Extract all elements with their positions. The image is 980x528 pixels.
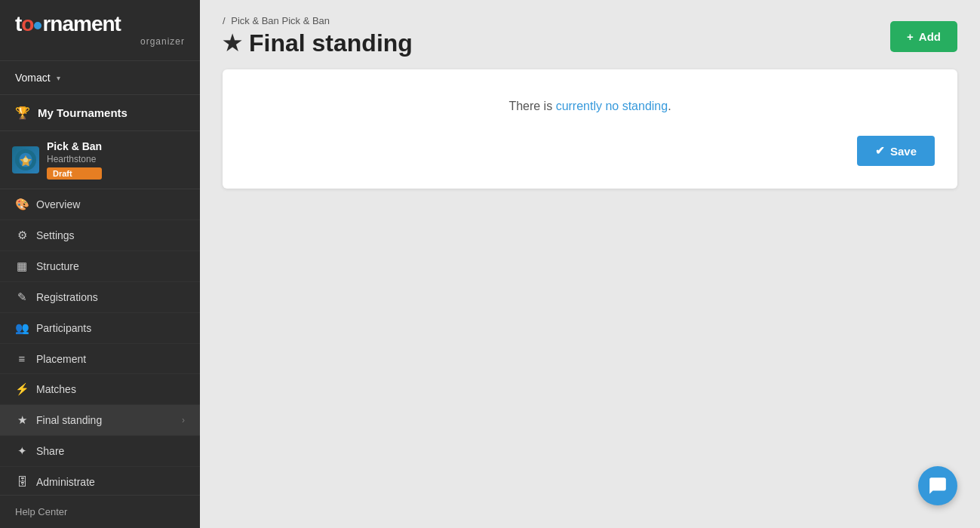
sidebar-item-administrate-label: Administrate [36,476,95,488]
chevron-right-icon: › [182,415,185,425]
my-tournaments-label: My Tournaments [38,106,127,119]
sidebar-item-final-standing[interactable]: ★ Final standing › [0,405,200,436]
chevron-down-icon: ▾ [57,74,60,82]
participants-icon: 👥 [15,321,29,335]
page-title-text: Final standing [249,29,413,57]
save-button[interactable]: ✔ Save [857,136,935,166]
tournament-game: Hearthstone [47,154,102,164]
sidebar-item-placement-label: Placement [36,353,86,365]
sidebar-item-registrations[interactable]: ✎ Registrations [0,282,200,313]
sidebar-item-structure[interactable]: ▦ Structure [0,251,200,282]
main-content: / Pick & Ban Pick & Ban ★ Final standing… [200,0,980,528]
lightning-icon: ⚡ [15,382,29,396]
add-button-label: Add [919,30,941,43]
breadcrumb-separator: / [223,15,226,26]
breadcrumb-link[interactable]: Pick & Ban [231,15,279,26]
page-header: / Pick & Ban Pick & Ban ★ Final standing… [200,0,980,69]
sidebar-item-overview[interactable]: 🎨 Overview [0,189,200,220]
sidebar-item-share[interactable]: ✦ Share [0,436,200,467]
sidebar-item-registrations-label: Registrations [36,291,98,303]
svg-point-1 [23,158,28,162]
my-tournaments-nav[interactable]: 🏆 My Tournaments [0,95,200,131]
trophy-icon: 🏆 [15,106,30,120]
palette-icon: 🎨 [15,198,29,211]
breadcrumb-area: / Pick & Ban Pick & Ban ★ Final standing [223,15,413,57]
sidebar-item-overview-label: Overview [36,198,80,210]
user-name: Vomact [15,72,51,84]
sidebar-item-placement[interactable]: ≡ Placement [0,344,200,374]
no-standing-text-part2: . [668,100,671,112]
standing-card: There is currently no standing. ✔ Save [223,69,957,189]
save-button-row: ✔ Save [245,136,935,166]
sidebar-item-final-standing-label: Final standing [36,414,102,426]
save-button-label: Save [890,145,917,158]
sidebar-item-matches[interactable]: ⚡ Matches [0,374,200,405]
registrations-icon: ✎ [15,290,29,304]
chat-bubble-button[interactable] [918,466,957,505]
structure-icon: ▦ [15,259,29,273]
chat-icon [928,476,948,496]
checkmark-icon: ✔ [875,144,885,158]
placement-icon: ≡ [15,352,29,365]
no-standing-highlight: currently no standing [556,100,668,112]
breadcrumb-link-text[interactable]: Pick & Ban [281,15,330,26]
add-icon: + [907,30,914,43]
tournament-name: Pick & Ban [47,140,102,152]
logo-rnament: rnament [42,12,120,35]
tournament-info: Pick & Ban Hearthstone Draft [47,140,102,180]
nav-items: 🎨 Overview ⚙ Settings ▦ Structure ✎ Regi… [0,189,200,495]
no-standing-message: There is currently no standing. [245,100,935,113]
content-area: There is currently no standing. ✔ Save [200,69,980,211]
add-button[interactable]: + Add [890,21,957,52]
logo-dot [34,22,41,29]
sidebar-item-settings[interactable]: ⚙ Settings [0,220,200,251]
logo-subtitle: organizer [15,36,185,47]
sidebar-item-matches-label: Matches [36,383,76,395]
logo: tornament [15,14,185,35]
page-title-star-icon: ★ [223,31,241,56]
sidebar-item-structure-label: Structure [36,260,79,272]
tournament-status-badge: Draft [47,167,102,180]
user-row[interactable]: Vomact ▾ [0,61,200,95]
sidebar: tornament organizer Vomact ▾ 🏆 My Tourna… [0,0,200,528]
logo-letter-o: o [21,12,33,35]
page-title: ★ Final standing [223,29,413,57]
gear-icon: ⚙ [15,229,29,242]
hearthstone-icon-svg [15,149,36,170]
tournament-header: Pick & Ban Hearthstone Draft [0,131,200,189]
no-standing-text-part1: There is [508,100,555,112]
tournament-icon [12,146,39,173]
breadcrumb: / Pick & Ban Pick & Ban [223,15,413,26]
star-icon: ★ [15,413,29,427]
help-center-link[interactable]: Help Center [0,495,200,528]
logo-area: tornament organizer [0,0,200,61]
sidebar-item-administrate[interactable]: 🗄 Administrate [0,467,200,495]
share-icon: ✦ [15,444,29,458]
sidebar-item-participants[interactable]: 👥 Participants [0,313,200,344]
administrate-icon: 🗄 [15,475,29,488]
sidebar-item-share-label: Share [36,445,64,457]
sidebar-item-settings-label: Settings [36,229,75,241]
sidebar-item-participants-label: Participants [36,322,91,334]
